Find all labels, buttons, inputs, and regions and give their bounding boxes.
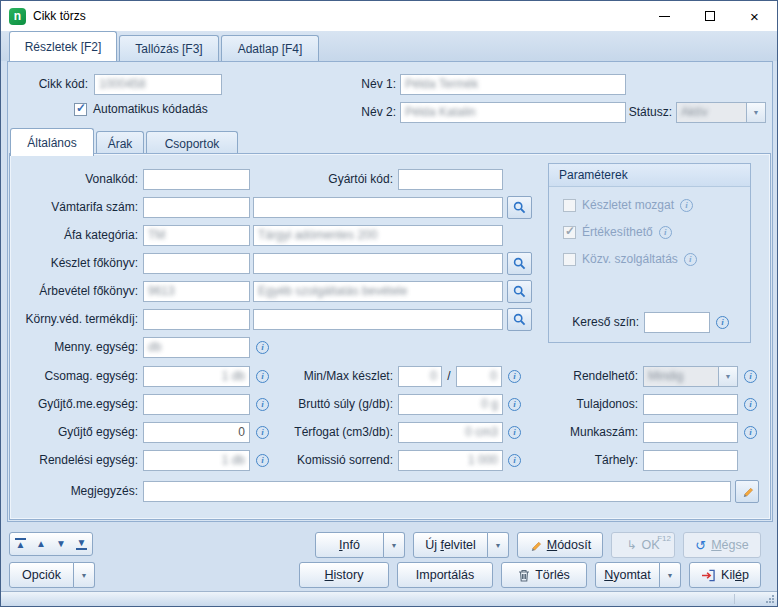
opciok-button[interactable]: Opciók <box>9 562 74 588</box>
chevron-down-icon[interactable]: ▼ <box>746 103 765 122</box>
kilep-button[interactable]: Kilép <box>689 562 761 588</box>
tab-tallozas[interactable]: Tallózás [F3] <box>119 35 219 61</box>
last-record-button[interactable]: ▼ <box>76 538 87 550</box>
megjegyzes-label: Megjegyzés: <box>10 481 138 502</box>
kornyved-search-button[interactable] <box>507 308 532 331</box>
next-record-button[interactable]: ▼ <box>56 539 66 549</box>
info-icon[interactable] <box>256 341 269 354</box>
terfogat-input[interactable]: 0 cm3 <box>398 422 503 443</box>
megse-button[interactable]: ↺ Mégse <box>683 532 761 558</box>
arbevetel-desc-input[interactable]: Egyéb szolgáltatás bevétele <box>253 281 503 302</box>
kornyved-desc-input[interactable] <box>253 309 503 330</box>
history-button[interactable]: History <box>299 562 389 588</box>
nev2-label: Név 2: <box>338 102 396 123</box>
munkaszam-label: Munkaszám: <box>523 422 638 443</box>
reszletek-tab-page: Cikk kód: 1000458 Név 1: Példa Termék Au… <box>7 61 773 522</box>
rendelheto-combobox[interactable]: Mindig ▼ <box>643 366 738 387</box>
info-icon[interactable] <box>744 398 757 411</box>
tab-reszletek[interactable]: Részletek [F2] <box>9 31 117 61</box>
csomag-egyseg-input[interactable]: 1 db <box>143 366 250 387</box>
keszlet-fokonyv-desc-input[interactable] <box>253 253 503 274</box>
tarhely-label: Tárhely: <box>523 450 638 471</box>
previous-record-button[interactable]: ▲ <box>36 539 46 549</box>
nyomtat-button[interactable]: Nyomtat <box>595 562 660 588</box>
uj-felvitel-button[interactable]: Új felvitel <box>413 532 488 558</box>
arbevetel-code-input[interactable]: 9613 <box>143 281 250 302</box>
keszlet-fokonyv-code-input[interactable] <box>143 253 250 274</box>
info-dropdown-button[interactable]: ▼ <box>384 532 405 558</box>
maximize-button[interactable] <box>687 1 732 31</box>
info-icon[interactable] <box>508 426 521 439</box>
menny-egyseg-label: Menny. egység: <box>10 337 138 358</box>
keszletet-mozgat-checkbox[interactable] <box>563 199 576 212</box>
info-icon[interactable] <box>508 454 521 467</box>
brutto-suly-label: Bruttó súly (g/db): <box>258 394 393 415</box>
info-icon[interactable] <box>744 370 757 383</box>
info-icon[interactable] <box>659 226 672 239</box>
kereso-szin-label: Kereső szín: <box>549 312 639 333</box>
info-icon[interactable] <box>680 199 693 212</box>
cikk-kod-input[interactable]: 1000458 <box>94 74 222 95</box>
vamtarifa-search-button[interactable] <box>507 196 532 219</box>
gyujto-egyseg-input[interactable]: 0 <box>143 422 250 443</box>
nev1-label: Név 1: <box>338 74 396 95</box>
kereso-szin-input[interactable] <box>644 312 710 333</box>
kornyved-code-input[interactable] <box>143 309 250 330</box>
resize-grip[interactable] <box>766 595 775 604</box>
tulajdonos-input[interactable] <box>643 394 738 415</box>
munkaszam-input[interactable] <box>643 422 738 443</box>
megjegyzes-edit-button[interactable] <box>735 480 759 503</box>
info-button[interactable]: Infó <box>315 532 384 558</box>
vamtarifa-desc-input[interactable] <box>253 197 503 218</box>
uj-felvitel-dropdown-button[interactable]: ▼ <box>488 532 509 558</box>
rendelesi-egyseg-input[interactable]: 1 db <box>143 450 250 471</box>
info-icon[interactable] <box>716 316 729 329</box>
keszlet-fokonyv-search-button[interactable] <box>507 252 532 275</box>
arbevetel-search-button[interactable] <box>507 280 532 303</box>
menny-egyseg-input[interactable]: db <box>143 337 250 358</box>
tarhely-input[interactable] <box>643 450 738 471</box>
opciok-dropdown-button[interactable]: ▼ <box>74 562 95 588</box>
modosit-button[interactable]: Módosít <box>517 532 603 558</box>
minimize-button[interactable] <box>642 1 687 31</box>
auto-kodadas-checkbox[interactable] <box>74 103 87 116</box>
afa-desc-input[interactable]: Tárgyi adómentes 200 <box>253 225 503 246</box>
statusz-combobox[interactable]: Aktív ▼ <box>676 102 766 123</box>
tab-altalanos[interactable]: Általános <box>10 128 94 156</box>
gyartoi-kod-input[interactable] <box>398 169 503 190</box>
gyujto-egyseg-label: Gyűjtő egység: <box>10 422 138 443</box>
record-navigator: ▲ ▲ ▼ ▼ <box>9 532 93 556</box>
info-icon[interactable] <box>744 426 757 439</box>
vonalkod-input[interactable] <box>143 169 250 190</box>
main-tab-strip: Részletek [F2] Tallózás [F3] Adatlap [F4… <box>1 31 777 61</box>
arbevetel-fokonyv-label: Árbevétel főkönyv: <box>10 281 138 302</box>
tab-adatlap[interactable]: Adatlap [F4] <box>221 35 319 61</box>
auto-kodadas-label: Automatikus kódadás <box>93 102 208 116</box>
chevron-down-icon[interactable]: ▼ <box>718 367 737 386</box>
megjegyzes-input[interactable] <box>143 481 731 502</box>
komissio-input[interactable]: 1 000 <box>398 450 503 471</box>
tulajdonos-label: Tulajdonos: <box>523 394 638 415</box>
kozv-szolgaltatas-checkbox[interactable] <box>563 253 576 266</box>
first-record-button[interactable]: ▲ <box>15 538 26 550</box>
ertekesitheto-label: Értékesíthető <box>582 225 653 239</box>
close-button[interactable]: × <box>732 1 777 31</box>
ertekesitheto-checkbox[interactable] <box>563 226 576 239</box>
afa-code-input[interactable]: TM <box>143 225 250 246</box>
info-icon[interactable] <box>508 398 521 411</box>
info-icon[interactable] <box>684 253 697 266</box>
brutto-suly-input[interactable]: 0 g <box>398 394 503 415</box>
statusbar <box>1 591 777 606</box>
gyujto-me-egyseg-input[interactable] <box>143 394 250 415</box>
torles-button[interactable]: Törlés <box>501 562 587 588</box>
nev1-input[interactable]: Példa Termék <box>400 74 626 95</box>
importalas-button[interactable]: Importálás <box>397 562 493 588</box>
rendelheto-label: Rendelhető: <box>523 366 638 387</box>
min-keszlet-input[interactable]: 0 <box>398 366 442 387</box>
cikk-torzs-window: n Cikk törzs × Részletek [F2] Tallózás [… <box>0 0 778 607</box>
vamtarifa-code-input[interactable] <box>143 197 250 218</box>
ok-button[interactable]: ↳ OK F12 <box>611 532 675 558</box>
info-icon[interactable] <box>508 370 521 383</box>
nyomtat-dropdown-button[interactable]: ▼ <box>660 562 681 588</box>
max-keszlet-input[interactable]: 0 <box>456 366 502 387</box>
